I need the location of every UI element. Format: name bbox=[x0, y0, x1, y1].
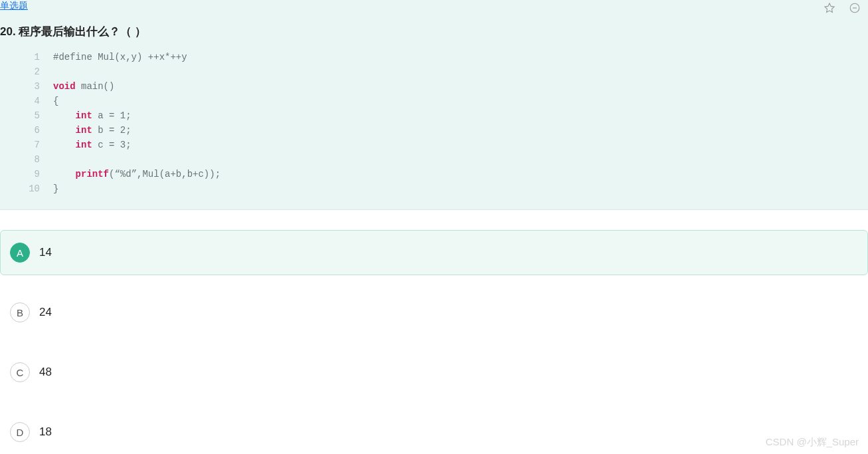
star-icon[interactable] bbox=[823, 1, 836, 15]
option-letter: B bbox=[10, 302, 30, 322]
line-number: 8 bbox=[27, 152, 53, 167]
code-content: int c = 3; bbox=[53, 138, 131, 152]
code-content: printf(“%d”,Mul(a+b,b+c)); bbox=[53, 167, 220, 181]
option-letter: D bbox=[10, 422, 30, 442]
code-content: #define Mul(x,y) ++x*++y bbox=[53, 50, 187, 64]
question-header: 单选题 bbox=[0, 0, 868, 17]
code-block: 1#define Mul(x,y) ++x*++y23void main()4{… bbox=[0, 50, 868, 196]
line-number: 5 bbox=[27, 108, 53, 123]
line-number: 6 bbox=[27, 123, 53, 138]
option-letter: C bbox=[10, 362, 30, 382]
line-number: 3 bbox=[27, 79, 53, 94]
line-number: 9 bbox=[27, 167, 53, 181]
code-line: 3void main() bbox=[27, 79, 868, 94]
code-line: 8 bbox=[27, 152, 868, 167]
question-card: 单选题 20. 程序最后输出什么？（ ） 1#define Mul(x,y) +… bbox=[0, 0, 868, 210]
code-line: 6 int b = 2; bbox=[27, 123, 868, 138]
line-number: 7 bbox=[27, 138, 53, 152]
option-text: 48 bbox=[39, 366, 52, 379]
answer-option-d[interactable]: D18 bbox=[0, 409, 868, 454]
option-text: 14 bbox=[39, 246, 52, 259]
code-content: } bbox=[53, 181, 58, 196]
question-number: 20. bbox=[0, 25, 16, 38]
answer-option-c[interactable]: C48 bbox=[0, 350, 868, 395]
header-icons bbox=[823, 0, 861, 15]
option-letter: A bbox=[10, 243, 30, 263]
line-number: 10 bbox=[27, 181, 53, 196]
code-line: 2 bbox=[27, 64, 868, 79]
code-line: 9 printf(“%d”,Mul(a+b,b+c)); bbox=[27, 167, 868, 181]
question-type-link[interactable]: 单选题 bbox=[0, 0, 28, 17]
line-number: 4 bbox=[27, 94, 53, 108]
option-text: 18 bbox=[39, 425, 52, 439]
code-line: 1#define Mul(x,y) ++x*++y bbox=[27, 50, 868, 64]
question-title: 20. 程序最后输出什么？（ ） bbox=[0, 17, 868, 50]
code-content: { bbox=[53, 94, 58, 108]
code-content: void main() bbox=[53, 79, 114, 94]
code-line: 10} bbox=[27, 181, 868, 196]
line-number: 2 bbox=[27, 64, 53, 79]
code-line: 5 int a = 1; bbox=[27, 108, 868, 123]
code-line: 7 int c = 3; bbox=[27, 138, 868, 152]
answer-option-b[interactable]: B24 bbox=[0, 290, 868, 335]
collapse-icon[interactable] bbox=[848, 1, 861, 15]
code-content: int b = 2; bbox=[53, 123, 131, 138]
question-text: 程序最后输出什么？（ ） bbox=[19, 25, 146, 38]
option-text: 24 bbox=[39, 306, 52, 319]
answer-option-a[interactable]: A14 bbox=[0, 230, 868, 275]
options-list: A14B24C48D18 bbox=[0, 210, 868, 454]
code-content: int a = 1; bbox=[53, 108, 131, 123]
code-line: 4{ bbox=[27, 94, 868, 108]
line-number: 1 bbox=[27, 50, 53, 64]
